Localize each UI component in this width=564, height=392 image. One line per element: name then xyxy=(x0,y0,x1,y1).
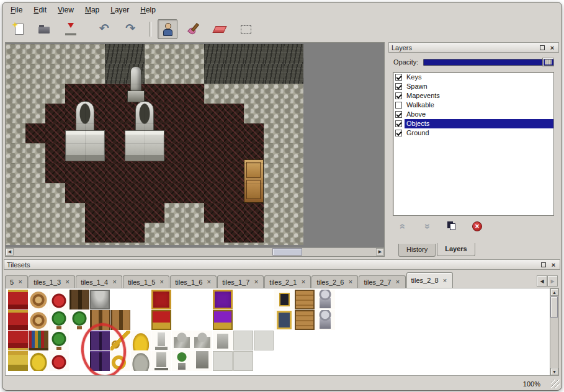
map-tile-floor[interactable] xyxy=(184,104,204,123)
tileset-tile-empty[interactable] xyxy=(233,310,253,330)
map-tile-rock[interactable] xyxy=(6,104,25,123)
map-tile-rock[interactable] xyxy=(264,203,284,223)
tileset-tile-bannerR2[interactable] xyxy=(8,331,28,350)
map-tile-rock[interactable] xyxy=(184,243,204,245)
tileset-tile-tileL[interactable] xyxy=(233,331,253,350)
map-tile-dark-wall[interactable] xyxy=(264,44,284,64)
tileset-tile-tileL[interactable] xyxy=(254,331,274,350)
map-tile-floor[interactable] xyxy=(125,203,145,223)
map-tile-rock[interactable] xyxy=(264,84,284,104)
close-tab-icon[interactable] xyxy=(112,279,117,285)
map-tile-floor[interactable] xyxy=(45,163,65,183)
layer-row-keys[interactable]: Keys xyxy=(393,73,553,82)
map-tile-dark-wall[interactable] xyxy=(204,44,224,64)
map-tile-rock[interactable] xyxy=(6,203,25,223)
tileset-tile-plant[interactable] xyxy=(49,331,69,350)
duplicate-layer-button[interactable] xyxy=(443,219,462,234)
map-tile-rock[interactable] xyxy=(284,143,303,163)
map-tile-rock[interactable] xyxy=(224,243,244,245)
event-tool-button[interactable] xyxy=(158,19,177,39)
close-tab-icon[interactable] xyxy=(17,279,23,285)
map-tile-rock[interactable] xyxy=(45,183,65,203)
map-tile-rock[interactable] xyxy=(45,64,65,84)
tileset-tile-empty[interactable] xyxy=(336,351,356,371)
menu-layer[interactable]: Layer xyxy=(105,4,135,16)
tileset-tile-cabB[interactable] xyxy=(110,310,130,330)
map-tile-rock[interactable] xyxy=(65,64,85,84)
map-tile-floor[interactable] xyxy=(45,143,65,163)
opacity-slider[interactable] xyxy=(423,59,554,66)
map-tile-floor[interactable] xyxy=(224,104,244,123)
lower-layer-button[interactable] xyxy=(418,219,437,234)
tileset-tile-empty[interactable] xyxy=(336,331,356,350)
tileset-tile-crate[interactable] xyxy=(295,310,315,330)
map-tile-floor[interactable] xyxy=(204,163,224,183)
tileset-tile-empty[interactable] xyxy=(315,331,335,350)
map-tile-rock[interactable] xyxy=(244,104,264,123)
menu-edit[interactable]: Edit xyxy=(28,4,52,16)
tileset-tile-cabD[interactable] xyxy=(69,290,89,310)
tileset-tile-empty[interactable] xyxy=(131,290,151,310)
tileset-tile-statue[interactable] xyxy=(151,331,171,350)
map-tile-rock[interactable] xyxy=(25,143,45,163)
map-tile-rock[interactable] xyxy=(85,243,105,245)
layer-visibility-checkbox[interactable] xyxy=(395,102,402,109)
close-tab-icon[interactable] xyxy=(159,279,164,285)
map-tile-rock[interactable] xyxy=(6,84,25,104)
map-tile-floor[interactable] xyxy=(224,123,244,143)
map-tile-rock[interactable] xyxy=(284,163,303,183)
map-tile-floor[interactable] xyxy=(105,143,125,163)
map-tile-rock[interactable] xyxy=(204,84,224,104)
map-tile-dark-wall[interactable] xyxy=(125,44,145,64)
map-tile-rock[interactable] xyxy=(25,163,45,183)
float-panel-icon[interactable] xyxy=(540,261,547,268)
tileset-tile-armor[interactable] xyxy=(315,310,335,330)
map-tile-rock[interactable] xyxy=(6,223,25,243)
map-tile-floor[interactable] xyxy=(65,183,85,203)
scroll-right-icon[interactable] xyxy=(376,248,384,256)
tileset-vertical-scrollbar[interactable] xyxy=(550,288,558,375)
tileset-tile-books[interactable] xyxy=(29,331,48,350)
map-tile-floor[interactable] xyxy=(184,183,204,203)
map-tile-rock[interactable] xyxy=(6,143,25,163)
tileset-tile-garg[interactable] xyxy=(192,331,212,350)
map-tile-floor[interactable] xyxy=(105,123,125,143)
tileset-tab-tiles_1_3[interactable]: tiles_1_3 xyxy=(29,275,75,288)
map-tile-floor[interactable] xyxy=(85,163,105,183)
tileset-tab-5[interactable]: 5 xyxy=(5,275,28,288)
map-tile-floor[interactable] xyxy=(145,203,164,223)
tileset-tab-tiles_1_5[interactable]: tiles_1_5 xyxy=(123,275,169,288)
map-tile-rock[interactable] xyxy=(145,64,164,84)
map-tile-rock[interactable] xyxy=(264,223,284,243)
map-tile-floor[interactable] xyxy=(244,223,264,243)
dock-tab-history[interactable]: History xyxy=(398,244,436,257)
tileset-tile-frame[interactable] xyxy=(274,290,294,310)
tileset-tile-tileL[interactable] xyxy=(233,351,253,371)
tileset-tile-bannerR[interactable] xyxy=(8,310,28,330)
map-tile-rock[interactable] xyxy=(6,64,25,84)
tileset-tile-garg[interactable] xyxy=(172,331,192,350)
map-tile-floor[interactable] xyxy=(45,123,65,143)
tileset-tab-tiles_1_4[interactable]: tiles_1_4 xyxy=(76,275,122,288)
tileset-tile-armor[interactable] xyxy=(315,290,335,310)
map-tile-rock[interactable] xyxy=(85,44,105,64)
tileset-tile-potR[interactable] xyxy=(49,351,69,371)
scroll-down-icon[interactable] xyxy=(550,368,558,375)
tileset-tile-doorG[interactable] xyxy=(90,290,110,310)
tileset-tile-wheel[interactable] xyxy=(29,310,48,330)
menu-map[interactable]: Map xyxy=(79,4,105,16)
map-tile-rock[interactable] xyxy=(164,203,184,223)
map-tile-floor[interactable] xyxy=(105,203,125,223)
resize-grip[interactable] xyxy=(551,380,560,388)
tileset-tile-empty[interactable] xyxy=(131,310,151,330)
tab-scroll-right-icon[interactable] xyxy=(547,275,558,287)
raise-layer-button[interactable] xyxy=(393,219,412,234)
redo-button[interactable] xyxy=(122,19,141,39)
tileset-tile-empty[interactable] xyxy=(254,310,274,330)
map-tile-rock[interactable] xyxy=(25,183,45,203)
close-tab-icon[interactable] xyxy=(442,278,448,283)
map-scrollbar-thumb[interactable] xyxy=(272,248,302,256)
tileset-tile-key[interactable] xyxy=(110,331,130,350)
tileset-tile-empty[interactable] xyxy=(110,290,130,310)
tileset-tile-thrP2[interactable] xyxy=(213,310,233,330)
